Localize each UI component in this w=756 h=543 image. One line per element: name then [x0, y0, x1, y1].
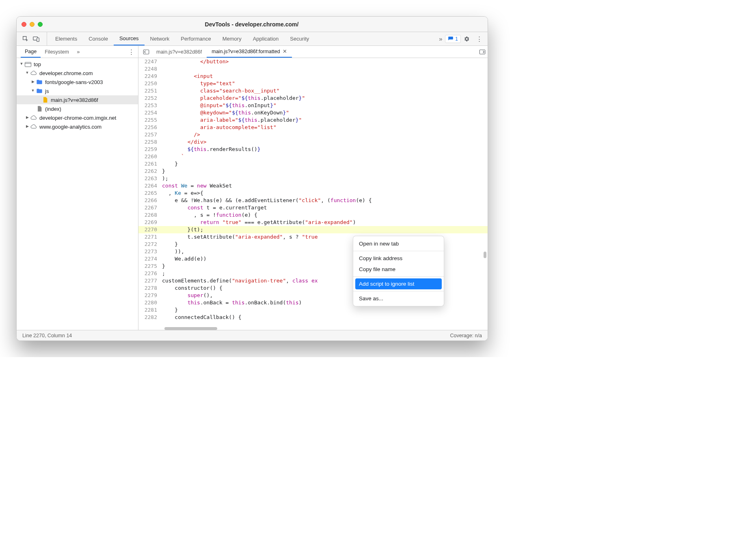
line-number[interactable]: 2278	[138, 284, 161, 292]
line-number[interactable]: 2276	[138, 270, 161, 277]
navigator-overflow-icon[interactable]: »	[73, 49, 82, 55]
code-line[interactable]: 2269 return "true" === e.getAttribute("a…	[138, 219, 488, 226]
context-menu-item[interactable]: Add script to ignore list	[355, 278, 442, 289]
code-line[interactable]: 2256 aria-autocomplete="list"	[138, 124, 488, 131]
tree-node-origin[interactable]: ▼ developer.chrome.com	[17, 69, 138, 78]
line-number[interactable]: 2250	[138, 80, 161, 87]
line-number[interactable]: 2268	[138, 211, 161, 219]
minimize-window-button[interactable]	[30, 22, 35, 27]
scrollbar-thumb[interactable]	[484, 252, 486, 258]
code-line[interactable]: 2250 type="text"	[138, 80, 488, 87]
panel-tab-network[interactable]: Network	[145, 32, 175, 45]
line-number[interactable]: 2254	[138, 109, 161, 116]
line-number[interactable]: 2274	[138, 255, 161, 263]
line-number[interactable]: 2262	[138, 168, 161, 175]
toggle-sidebar-button[interactable]	[477, 48, 488, 56]
line-number[interactable]: 2277	[138, 277, 161, 284]
tab-filesystem[interactable]: Filesystem	[41, 46, 73, 58]
line-number[interactable]: 2248	[138, 65, 161, 73]
code-line[interactable]: 2266 e && !We.has(e) && (e.addEventListe…	[138, 197, 488, 204]
line-number[interactable]: 2269	[138, 219, 161, 226]
code-line[interactable]: 2261 }	[138, 160, 488, 168]
line-number[interactable]: 2265	[138, 190, 161, 197]
line-number[interactable]: 2264	[138, 182, 161, 190]
line-number[interactable]: 2257	[138, 131, 161, 138]
close-tab-icon[interactable]: ✕	[283, 48, 287, 54]
code-line[interactable]: 2249 <input	[138, 73, 488, 80]
code-line[interactable]: 2248	[138, 65, 488, 73]
context-menu-item[interactable]: Save as...	[353, 293, 444, 304]
code-line[interactable]: 2258 </div>	[138, 138, 488, 146]
tree-node-index[interactable]: (index)	[17, 104, 138, 113]
code-line[interactable]: 2265 , Ke = e=>{	[138, 190, 488, 197]
code-line[interactable]: 2263);	[138, 175, 488, 182]
line-number[interactable]: 2272	[138, 241, 161, 248]
overflow-tabs-icon[interactable]: »	[436, 35, 445, 42]
code-line[interactable]: 2251 class="search-box__input"	[138, 87, 488, 95]
line-number[interactable]: 2266	[138, 197, 161, 204]
line-number[interactable]: 2263	[138, 175, 161, 182]
code-line[interactable]: 2253 @input="${this.onInput}"	[138, 102, 488, 109]
context-menu-item[interactable]: Open in new tab	[353, 238, 444, 249]
code-line[interactable]: 2264const We = new WeakSet	[138, 182, 488, 190]
tree-node-imgix[interactable]: ▶ developer-chrome-com.imgix.net	[17, 113, 138, 122]
device-toolbar-icon[interactable]	[32, 35, 40, 43]
line-number[interactable]: 2258	[138, 138, 161, 146]
line-number[interactable]: 2251	[138, 87, 161, 95]
line-number[interactable]: 2267	[138, 204, 161, 211]
line-number[interactable]: 2255	[138, 116, 161, 124]
line-number[interactable]: 2253	[138, 102, 161, 109]
line-number[interactable]: 2281	[138, 306, 161, 314]
code-line[interactable]: 2267 const t = e.currentTarget	[138, 204, 488, 211]
tab-page[interactable]: Page	[21, 46, 41, 58]
line-number[interactable]: 2260	[138, 153, 161, 160]
code-line[interactable]: 2268 , s = !function(e) {	[138, 211, 488, 219]
code-line[interactable]: 2282 connectedCallback() {	[138, 314, 488, 321]
panel-tab-elements[interactable]: Elements	[50, 32, 83, 45]
tree-node-ga[interactable]: ▶ www.google-analytics.com	[17, 122, 138, 131]
code-line[interactable]: 2281 }	[138, 306, 488, 314]
line-number[interactable]: 2275	[138, 263, 161, 270]
line-number[interactable]: 2273	[138, 248, 161, 255]
inspect-element-icon[interactable]	[22, 35, 30, 43]
issues-badge[interactable]: 1	[445, 35, 461, 43]
file-tab-mainjs-formatted[interactable]: main.js?v=e382d86f:formatted ✕	[207, 46, 292, 58]
line-number[interactable]: 2249	[138, 73, 161, 80]
line-number[interactable]: 2279	[138, 292, 161, 299]
code-line[interactable]: 2270 }(t);	[138, 226, 488, 233]
code-line[interactable]: 2262}	[138, 168, 488, 175]
settings-icon[interactable]	[463, 36, 472, 42]
code-line[interactable]: 2260 `	[138, 153, 488, 160]
panel-tab-application[interactable]: Application	[247, 32, 285, 45]
code-line[interactable]: 2247 </button>	[138, 58, 488, 65]
context-menu-item[interactable]: Copy file name	[353, 264, 444, 275]
horizontal-scrollbar-thumb[interactable]	[164, 327, 217, 330]
context-menu-item[interactable]: Copy link address	[353, 253, 444, 264]
line-number[interactable]: 2247	[138, 58, 161, 65]
line-number[interactable]: 2261	[138, 160, 161, 168]
line-number[interactable]: 2270	[138, 226, 161, 233]
code-line[interactable]: 2252 placeholder="${this.placeholder}"	[138, 95, 488, 102]
close-window-button[interactable]	[22, 22, 26, 27]
code-line[interactable]: 2254 @keydown="${this.onKeyDown}"	[138, 109, 488, 116]
navigator-more-icon[interactable]: ⋮	[127, 48, 136, 56]
panel-tab-performance[interactable]: Performance	[175, 32, 216, 45]
code-line[interactable]: 2259 ${this.renderResults()}	[138, 146, 488, 153]
line-number[interactable]: 2282	[138, 314, 161, 321]
tree-node-folder-js[interactable]: ▼ js	[17, 86, 138, 95]
panel-tab-security[interactable]: Security	[284, 32, 315, 45]
tree-node-mainjs[interactable]: main.js?v=e382d86f	[17, 95, 138, 104]
file-tab-mainjs[interactable]: main.js?v=e382d86f	[151, 46, 207, 58]
line-number[interactable]: 2280	[138, 299, 161, 306]
more-options-icon[interactable]: ⋮	[475, 35, 484, 43]
line-number[interactable]: 2256	[138, 124, 161, 131]
line-number[interactable]: 2271	[138, 233, 161, 241]
panel-tab-console[interactable]: Console	[83, 32, 114, 45]
file-nav-button[interactable]	[141, 48, 151, 56]
code-line[interactable]: 2257 />	[138, 131, 488, 138]
code-line[interactable]: 2255 aria-label="${this.placeholder}"	[138, 116, 488, 124]
line-number[interactable]: 2252	[138, 95, 161, 102]
zoom-window-button[interactable]	[38, 22, 43, 27]
tree-node-top[interactable]: ▼ top	[17, 60, 138, 69]
panel-tab-memory[interactable]: Memory	[217, 32, 247, 45]
